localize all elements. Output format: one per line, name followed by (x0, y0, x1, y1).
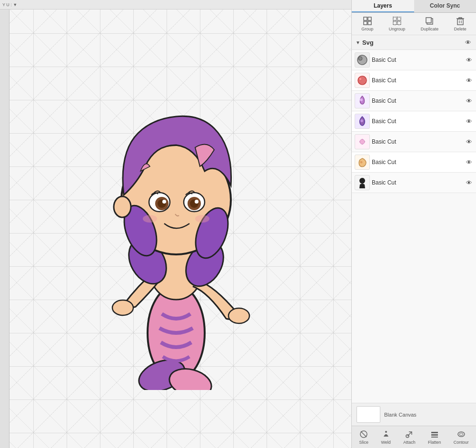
svg-point-5 (228, 308, 249, 323)
svg-rect-26 (393, 17, 397, 20)
list-item[interactable]: Basic Cut 👁 (352, 111, 476, 132)
layer-label: Basic Cut (372, 138, 463, 145)
collapse-arrow[interactable]: ▼ (356, 40, 360, 45)
layer-visibility-toggle[interactable]: 👁 (465, 56, 473, 64)
svg-rect-28 (393, 21, 397, 25)
layer-thumbnail (355, 175, 370, 190)
layer-thumbnail (355, 93, 370, 108)
svg-rect-31 (426, 18, 431, 23)
list-item[interactable]: Basic Cut 👁 (352, 173, 476, 193)
list-item[interactable]: Basic Cut 👁 (352, 132, 476, 152)
svg-point-55 (458, 432, 465, 437)
svg-point-47 (359, 178, 365, 184)
svg-line-49 (361, 431, 367, 437)
ruler-left (0, 0, 10, 448)
svg-group-visibility[interactable]: 👁 (464, 38, 472, 47)
svg-point-11 (114, 196, 131, 217)
layer-thumbnail (355, 134, 370, 149)
ungroup-button[interactable]: Ungroup (387, 15, 407, 32)
layer-visibility-toggle[interactable]: 👁 (465, 76, 473, 85)
svg-rect-29 (397, 21, 401, 25)
slice-icon (359, 429, 368, 439)
layer-visibility-toggle[interactable]: 👁 (465, 97, 473, 105)
canvas-preview-label: Blank Canvas (384, 412, 416, 418)
svg-point-21 (195, 215, 209, 223)
slice-button[interactable]: Slice (357, 429, 370, 446)
svg-point-45 (360, 139, 365, 144)
list-item[interactable]: Basic Cut 👁 (352, 152, 476, 173)
mermaid-figure (67, 67, 286, 390)
svg-rect-27 (397, 17, 401, 20)
layer-thumbnail (355, 155, 370, 170)
svg-point-15 (162, 200, 166, 204)
svg-rect-25 (368, 21, 371, 25)
svg-rect-53 (431, 434, 438, 436)
attach-button[interactable]: Attach (401, 429, 417, 446)
svg-point-42 (360, 119, 363, 122)
svg-rect-22 (364, 17, 367, 20)
ungroup-icon (392, 16, 402, 26)
tab-layers[interactable]: Layers (352, 0, 414, 12)
svg-point-41 (360, 98, 363, 101)
svg-point-4 (112, 300, 133, 315)
layer-label: Basic Cut (372, 159, 463, 166)
svg-rect-23 (368, 17, 371, 20)
weld-button[interactable]: Weld (379, 429, 392, 446)
layer-visibility-toggle[interactable]: 👁 (465, 158, 473, 166)
tab-color-sync[interactable]: Color Sync (414, 0, 476, 12)
list-item[interactable]: Basic Cut 👁 (352, 91, 476, 111)
layer-visibility-toggle[interactable]: 👁 (465, 117, 473, 126)
duplicate-button[interactable]: Duplicate (419, 15, 441, 32)
layer-label: Basic Cut (372, 57, 463, 63)
svg-rect-24 (364, 21, 367, 25)
flatten-button[interactable]: Flatten (426, 429, 443, 446)
layer-label: Basic Cut (372, 77, 463, 84)
attach-icon (405, 429, 414, 439)
canvas-preview-thumbnail (357, 406, 380, 423)
svg-point-40 (359, 78, 362, 80)
layer-list: Basic Cut 👁 Basic Cut 👁 Basic Cut (352, 50, 476, 403)
tabs: Layers Color Sync (352, 0, 476, 13)
layer-label: Basic Cut (372, 179, 463, 186)
svg-group-label: Svg (362, 39, 462, 46)
group-icon (363, 16, 372, 26)
svg-point-56 (459, 433, 463, 436)
duplicate-icon (425, 16, 434, 26)
list-item[interactable]: Basic Cut 👁 (352, 70, 476, 91)
layer-visibility-toggle[interactable]: 👁 (465, 178, 473, 187)
layer-thumbnail (355, 114, 370, 129)
top-toolbar: Y U : ▼ (0, 0, 351, 10)
list-item[interactable]: Basic Cut 👁 (352, 50, 476, 70)
contour-icon (456, 429, 466, 439)
svg-point-46 (360, 161, 363, 164)
toolbar-label: Y U : ▼ (2, 2, 17, 7)
canvas-area[interactable]: Y U : ▼ 12 13 14 15 16 17 18 19 20 21 (0, 0, 351, 448)
svg-rect-54 (431, 437, 438, 438)
panel-toolbar: Group Ungroup Duplicate Delete (352, 13, 476, 35)
layer-label: Basic Cut (372, 97, 463, 104)
svg-point-39 (358, 76, 367, 85)
group-button[interactable]: Group (359, 15, 375, 32)
svg-rect-52 (431, 432, 438, 433)
svg-rect-32 (457, 19, 463, 25)
svg-point-20 (143, 215, 157, 223)
delete-icon (456, 16, 465, 26)
layer-thumbnail (355, 52, 370, 68)
bottom-panel-toolbar: Slice Weld Attach Flatten Contour (352, 426, 476, 448)
contour-button[interactable]: Contour (452, 429, 471, 446)
flatten-icon (430, 429, 439, 439)
right-panel: Layers Color Sync Group Ungroup Duplicat… (351, 0, 476, 448)
svg-point-38 (358, 57, 362, 60)
layer-label: Basic Cut (372, 118, 463, 125)
delete-button[interactable]: Delete (452, 15, 468, 32)
layer-thumbnail (355, 73, 370, 88)
svg-group-header: ▼ Svg 👁 (352, 35, 476, 50)
canvas-preview: Blank Canvas (352, 403, 476, 426)
svg-point-50 (385, 431, 387, 433)
layer-visibility-toggle[interactable]: 👁 (465, 137, 473, 146)
svg-point-19 (195, 200, 198, 204)
weld-icon (381, 429, 391, 439)
